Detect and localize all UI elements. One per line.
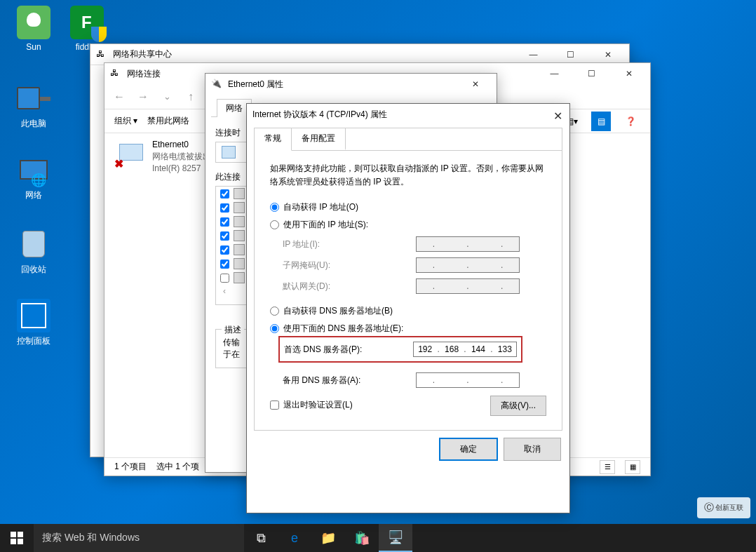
radio-label: 使用下面的 DNS 服务器地址(E):: [283, 323, 403, 335]
taskbar: 搜索 Web 和 Windows ⧉ e 📁 🛍️ 🖥️: [0, 524, 756, 552]
radio-label: 使用下面的 IP 地址(S):: [283, 219, 368, 231]
connection-name: Ethernet0: [152, 139, 211, 151]
close-button[interactable]: ✕: [553, 109, 562, 123]
icon-label: 控制面板: [7, 335, 60, 347]
dialog-buttons: 确定 取消: [247, 431, 569, 468]
desktop-icon-controlpanel[interactable]: 控制面板: [7, 299, 60, 347]
close-button[interactable]: ✕: [613, 63, 644, 84]
details-view-button[interactable]: ☰: [600, 460, 615, 474]
desktop-icon-recycle[interactable]: 回收站: [7, 227, 60, 276]
fiddler-icon: [70, 6, 104, 39]
radio-label: 自动获得 DNS 服务器地址(B): [283, 305, 393, 317]
validate-checkbox[interactable]: [270, 400, 279, 410]
selected-count: 选中 1 个项: [156, 461, 199, 473]
radio-ip-manual[interactable]: 使用下面的 IP 地址(S):: [270, 219, 546, 231]
window-title: 网络和共享中心: [113, 48, 172, 60]
watermark: Ⓒ创新互联: [697, 497, 750, 518]
window-title: Internet 协议版本 4 (TCP/IPv4) 属性: [252, 109, 387, 121]
subnet-label: 子网掩码(U):: [283, 260, 416, 271]
network-icon: [17, 153, 50, 187]
ok-button[interactable]: 确定: [439, 438, 498, 461]
icons-view-button[interactable]: ▦: [625, 460, 640, 474]
window-title: Ethernet0 属性: [228, 79, 283, 90]
icon-label: 此电脑: [7, 118, 60, 130]
pc-icon: [17, 81, 50, 115]
ip-address-input: ...: [416, 236, 520, 252]
tab-strip: 常规 备用配置: [255, 128, 562, 151]
subnet-input: ...: [416, 257, 520, 273]
titlebar[interactable]: Internet 协议版本 4 (TCP/IPv4) 属性 ✕: [247, 104, 569, 125]
dns-primary-label: 首选 DNS 服务器(P):: [284, 344, 413, 356]
advanced-button[interactable]: 高级(V)...: [490, 396, 546, 416]
cancel-button[interactable]: 取消: [504, 438, 561, 461]
gateway-label: 默认网关(D):: [283, 281, 416, 292]
radio-dns-auto[interactable]: 自动获得 DNS 服务器地址(B): [270, 305, 546, 317]
connection-status: 网络电缆被拔出: [152, 151, 211, 163]
tab-general[interactable]: 常规: [255, 128, 292, 151]
desktop-icon-network[interactable]: 网络: [7, 153, 60, 201]
icon-label: 网络: [7, 189, 60, 201]
connection-device: Intel(R) 8257: [152, 163, 211, 175]
window-title: 网络连接: [127, 68, 161, 80]
minimize-button[interactable]: —: [539, 63, 570, 84]
tab-panel: 如果网络支持此功能，则可以获取自动指派的 IP 设置。否则，你需要从网络系统管理…: [255, 151, 562, 422]
user-icon: [17, 6, 50, 39]
ip-octet-1[interactable]: [414, 344, 436, 354]
radio-label: 自动获得 IP 地址(O): [283, 201, 358, 213]
intro-text: 如果网络支持此功能，则可以获取自动指派的 IP 设置。否则，你需要从网络系统管理…: [270, 162, 546, 189]
explorer-button[interactable]: 📁: [311, 524, 345, 552]
highlight-box: 首选 DNS 服务器(P): . . .: [278, 336, 522, 363]
start-button[interactable]: [0, 524, 34, 552]
store-button[interactable]: 🛍️: [345, 524, 379, 552]
preview-pane-button[interactable]: ▤: [591, 112, 611, 131]
up-button[interactable]: ↑: [182, 88, 200, 106]
item-count: 1 个项目: [114, 461, 147, 473]
app-icon: 🖧: [96, 49, 107, 60]
back-button[interactable]: ←: [110, 88, 128, 106]
maximize-button[interactable]: ☐: [555, 44, 586, 65]
dns-primary-input[interactable]: . . .: [413, 342, 517, 357]
validate-label: 退出时验证设置(L): [283, 399, 353, 411]
nic-icon: [222, 146, 236, 159]
radio-dns-manual[interactable]: 使用下面的 DNS 服务器地址(E):: [270, 323, 546, 335]
ip-address-label: IP 地址(I):: [283, 238, 416, 250]
description-legend: 描述: [222, 324, 244, 336]
maximize-button[interactable]: ☐: [576, 63, 607, 84]
adapter-icon: 🔌: [211, 79, 222, 90]
icon-label: 回收站: [7, 264, 60, 276]
minimize-button[interactable]: —: [518, 44, 549, 65]
gateway-input: ...: [416, 278, 520, 294]
dns-alt-label: 备用 DNS 服务器(A):: [283, 375, 416, 386]
desktop-icon-thispc[interactable]: 此电脑: [7, 81, 60, 130]
ip-octet-2[interactable]: [441, 344, 462, 354]
recent-button[interactable]: ⌄: [158, 88, 176, 106]
search-placeholder: 搜索 Web 和 Windows: [42, 532, 140, 544]
control-panel-icon: [17, 299, 50, 332]
disable-button[interactable]: 禁用此网络: [147, 115, 189, 127]
windows-logo-icon: [11, 532, 23, 544]
ip-octet-4[interactable]: [494, 344, 515, 354]
ethernet-icon: ✖: [114, 142, 148, 170]
close-button[interactable]: ✕: [592, 44, 623, 65]
recycle-bin-icon: [17, 227, 50, 261]
dns-alt-input[interactable]: ...: [416, 372, 520, 388]
edge-button[interactable]: e: [278, 524, 311, 552]
close-button[interactable]: ✕: [459, 74, 491, 95]
forward-button[interactable]: →: [134, 88, 152, 106]
titlebar[interactable]: 🔌 Ethernet0 属性 ✕: [205, 74, 497, 95]
icon-label: Sun: [7, 42, 60, 52]
desktop-icon-sun[interactable]: Sun: [7, 6, 60, 52]
organize-menu[interactable]: 组织 ▾: [114, 115, 137, 127]
task-view-button[interactable]: ⧉: [244, 524, 278, 552]
ip-octet-3[interactable]: [468, 344, 489, 354]
help-button[interactable]: ❓: [621, 112, 640, 131]
app-icon: 🖧: [110, 68, 121, 79]
taskbar-search[interactable]: 搜索 Web 和 Windows: [34, 524, 244, 552]
window-ipv4-properties: Internet 协议版本 4 (TCP/IPv4) 属性 ✕ 常规 备用配置 …: [246, 103, 570, 513]
radio-ip-auto[interactable]: 自动获得 IP 地址(O): [270, 201, 546, 213]
control-panel-task-button[interactable]: 🖥️: [379, 524, 412, 552]
tab-alternate[interactable]: 备用配置: [292, 128, 346, 150]
